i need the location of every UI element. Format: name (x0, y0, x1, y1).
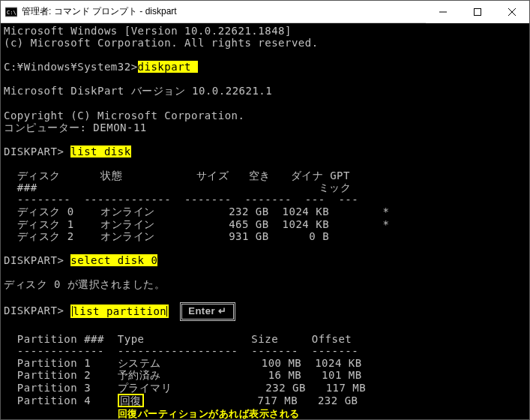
disk-row-2: ディスク 2 オンライン 931 GB 0 B (4, 230, 329, 242)
window-frame: C:\ 管理者: コマンド プロンプト - diskpart Microsoft… (0, 0, 530, 420)
close-button[interactable] (495, 1, 529, 23)
disk-header2: ### ミック (4, 182, 351, 194)
cmd-list-partition-box: list partition (70, 304, 169, 318)
window-controls (426, 1, 529, 23)
minimize-button[interactable] (426, 1, 460, 23)
diskpart-copyright: Copyright (C) Microsoft Corporation. (4, 110, 244, 122)
cmd-list-partition: list partition (73, 305, 166, 317)
partition-row-4-pre: Partition 4 (4, 394, 118, 406)
cmd-list-disk: list disk (70, 146, 130, 158)
titlebar[interactable]: C:\ 管理者: コマンド プロンプト - diskpart (1, 1, 529, 23)
maximize-button[interactable] (460, 1, 495, 23)
disk-header: ディスク 状態 サイズ 空き ダイナ GPT (4, 170, 350, 182)
disk-row-1: ディスク 1 オンライン 465 GB 1024 KB * (4, 218, 389, 230)
diskpart-computer: コンピューター: DEMON-11 (4, 122, 147, 134)
diskpart-prompt: DISKPART> (4, 305, 70, 317)
diskpart-prompt: DISKPART> (4, 146, 70, 158)
recovery-highlight: 回復 (118, 394, 144, 407)
copyright-line: (c) Microsoft Corporation. All rights re… (4, 37, 319, 49)
os-version-line: Microsoft Windows [Version 10.0.22621.18… (4, 25, 292, 37)
partition-row-2: Partition 2 予約済み 16 MB 101 MB (4, 369, 362, 381)
disk-row-0: ディスク 0 オンライン 232 GB 1024 KB * (4, 206, 389, 218)
diskpart-prompt: DISKPART> (4, 254, 70, 266)
partition-row-3: Partition 3 プライマリ 232 GB 117 MB (4, 382, 366, 394)
partition-header: Partition ### Type Size Offset (4, 333, 352, 345)
partition-row-4-type: 回復 (120, 394, 142, 406)
svg-text:C:\: C:\ (7, 10, 16, 16)
enter-key-badge: Enter ↵ (180, 302, 235, 321)
window-title: 管理者: コマンド プロンプト - diskpart (22, 5, 426, 18)
partition-divider: ------------- ------------------ -------… (4, 345, 358, 357)
terminal-icon: C:\ (5, 6, 17, 18)
terminal-body[interactable]: Microsoft Windows [Version 10.0.22621.18… (1, 23, 529, 419)
cmd-diskpart: diskpart (138, 61, 198, 73)
prompt-path: C:¥Windows¥System32> (4, 61, 138, 73)
partition-row-4-post: 717 MB 232 GB (144, 394, 358, 406)
annotation-text: 回復パーティションがあれば表示される (118, 408, 300, 419)
partition-row-1: Partition 1 システム 100 MB 1024 KB (4, 357, 362, 369)
diskpart-version: Microsoft DiskPart バージョン 10.0.22621.1 (4, 85, 272, 97)
select-result: ディスク 0 が選択されました。 (4, 278, 165, 290)
svg-rect-3 (475, 8, 481, 15)
cmd-select-disk: select disk 0 (70, 254, 157, 266)
disk-divider: -------- ------------- ------- ------- -… (4, 194, 358, 206)
